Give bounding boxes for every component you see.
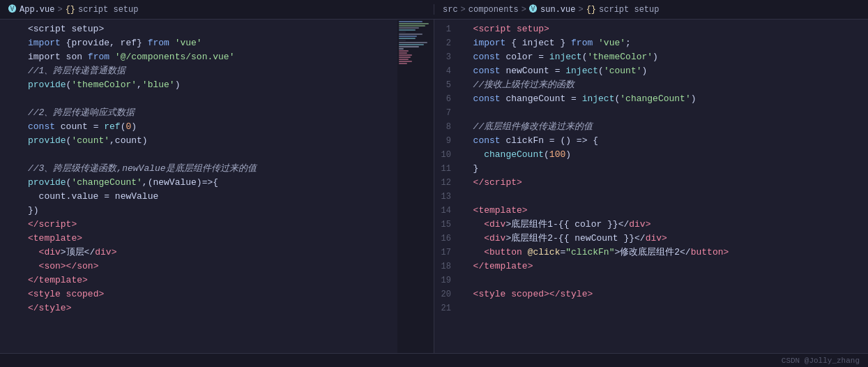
right-code-area[interactable]: 1 <script setup>2 import { inject } from… (434, 20, 868, 353)
sun-vue-label: sun.vue (540, 5, 575, 15)
line-number: 8 (434, 120, 459, 134)
editor-container: <script setup>import {provide, ref} from… (0, 20, 868, 353)
line-number: 19 (434, 274, 459, 287)
line-content: const changeCount = inject('changeCount'… (459, 92, 868, 106)
left-code-line: <son></son> (0, 260, 434, 274)
line-number: 4 (434, 64, 459, 78)
line-content: <script setup> (25, 22, 434, 36)
line-number: 3 (434, 50, 459, 64)
line-number: 16 (434, 232, 459, 246)
left-code-line: provide('changeCount',(newValue)=>{ (0, 176, 434, 190)
braces-icon1: {} (66, 5, 75, 15)
line-content: <style scoped> (25, 287, 434, 301)
left-code-line: //2、跨层传递响应式数据 (0, 106, 434, 120)
left-code-line: <div>顶层</div> (0, 246, 434, 260)
app-vue-text: App.vue (20, 5, 54, 15)
right-code-line: 2 import { inject } from 'vue'; (434, 36, 868, 50)
right-code-line: 10 changeCount(100) (434, 148, 868, 162)
sep2: > (461, 5, 466, 15)
line-content: }) (25, 204, 434, 218)
breadcrumb-right: src > components > 🅥 sun.vue > {} script… (434, 4, 868, 15)
right-code-line: 4 const newCount = inject('count') (434, 64, 868, 78)
components-label: components (469, 5, 519, 15)
line-content: provide('changeCount',(newValue)=>{ (25, 176, 434, 190)
line-content: </template> (459, 260, 868, 274)
line-content: <div>底层组件2-{{ newCount }}</div> (459, 232, 868, 246)
left-code-line: </style> (0, 301, 434, 315)
right-editor-pane: 1 <script setup>2 import { inject } from… (434, 20, 868, 353)
line-number: 5 (434, 78, 459, 92)
line-number: 18 (434, 260, 459, 274)
line-content: //2、跨层传递响应式数据 (25, 106, 434, 120)
line-content: //1、跨层传递普通数据 (25, 64, 434, 78)
line-number: 11 (434, 162, 459, 176)
left-code-line: //3、跨层级传递函数,newValue是底层组件传过来的值 (0, 162, 434, 176)
line-number: 15 (434, 218, 459, 232)
line-content: </template> (25, 274, 434, 287)
line-content: const count = ref(0) (25, 120, 434, 134)
sep3: > (521, 5, 526, 15)
line-content: provide('themeColor','blue') (25, 78, 434, 92)
right-code-line: 16 <div>底层组件2-{{ newCount }}</div> (434, 232, 868, 246)
left-code-area[interactable]: <script setup>import {provide, ref} from… (0, 20, 434, 353)
line-content: //接收上级传过来的函数 (459, 78, 868, 92)
line-content: <button @click="clickFn">修改底层组件2</button… (459, 246, 868, 260)
left-code-line: <style scoped> (0, 287, 434, 301)
minimap (397, 20, 434, 353)
left-code-line (0, 92, 434, 106)
src-label: src (443, 5, 458, 15)
top-bar: 🅥 App.vue > {} script setup src > compon… (0, 0, 868, 20)
line-content: </script> (459, 176, 868, 190)
left-code-line: <template> (0, 232, 434, 246)
line-content: } (459, 162, 868, 176)
right-code-line: 20 <style scoped></style> (434, 287, 868, 301)
left-code-line: <script setup> (0, 22, 434, 36)
left-editor-pane: <script setup>import {provide, ref} from… (0, 20, 434, 353)
line-content: </style> (25, 301, 434, 315)
line-content: //3、跨层级传递函数,newValue是底层组件传过来的值 (25, 162, 434, 176)
right-code-line: 9 const clickFn = () => { (434, 134, 868, 148)
right-code-line: 12 </script> (434, 176, 868, 190)
breadcrumb-left: 🅥 App.vue > {} script setup (0, 4, 434, 15)
left-code-line: //1、跨层传递普通数据 (0, 64, 434, 78)
script-setup-left: script setup (78, 5, 138, 15)
line-content: <div>底层组件1-{{ color }}</div> (459, 218, 868, 232)
sep4: > (578, 5, 583, 15)
line-content: <script setup> (459, 22, 868, 36)
line-number: 6 (434, 92, 459, 106)
left-code-line: }) (0, 204, 434, 218)
line-content: const color = inject('themeColor') (459, 50, 868, 64)
line-number: 21 (434, 301, 459, 315)
right-code-line: 18 </template> (434, 260, 868, 274)
right-code-line: 13 (434, 190, 868, 204)
line-number: 20 (434, 287, 459, 301)
line-number: 2 (434, 36, 459, 50)
line-number: 7 (434, 106, 459, 120)
line-number: 14 (434, 204, 459, 218)
line-content: import son from '@/components/son.vue' (25, 50, 434, 64)
line-content: changeCount(100) (459, 148, 868, 162)
right-code-line: 6 const changeCount = inject('changeCoun… (434, 92, 868, 106)
right-code-line: 14 <template> (434, 204, 868, 218)
app-vue-label: 🅥 (8, 4, 17, 15)
line-content: const newCount = inject('count') (459, 64, 868, 78)
line-content: import {provide, ref} from 'vue' (25, 36, 434, 50)
line-content: <template> (459, 204, 868, 218)
left-code-line: import {provide, ref} from 'vue' (0, 36, 434, 50)
right-code-line: 21 (434, 301, 868, 315)
right-code-line: 19 (434, 274, 868, 287)
left-code-line (0, 148, 434, 162)
line-content: </script> (25, 218, 434, 232)
left-code-line: </template> (0, 274, 434, 287)
right-code-line: 1 <script setup> (434, 22, 868, 36)
line-content: <div>顶层</div> (25, 246, 434, 260)
left-code-line: const count = ref(0) (0, 120, 434, 134)
line-content: import { inject } from 'vue'; (459, 36, 868, 50)
line-content: <style scoped></style> (459, 287, 868, 301)
line-number: 12 (434, 176, 459, 190)
line-content: <son></son> (25, 260, 434, 274)
right-code-line: 8 //底层组件修改传递过来的值 (434, 120, 868, 134)
sep1: > (57, 5, 62, 15)
left-code-line: import son from '@/components/son.vue' (0, 50, 434, 64)
line-content: //底层组件修改传递过来的值 (459, 120, 868, 134)
